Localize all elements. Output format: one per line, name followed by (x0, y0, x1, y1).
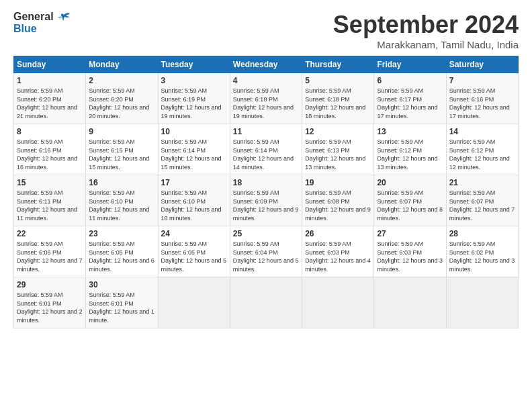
table-row: 23 Sunrise: 5:59 AM Sunset: 6:05 PM Dayl… (86, 226, 158, 277)
page-container: General Blue September 2024 Marakkanam, … (0, 0, 532, 335)
col-friday: Friday (374, 56, 446, 73)
table-row: 20 Sunrise: 5:59 AM Sunset: 6:07 PM Dayl… (374, 175, 446, 226)
table-row: 25 Sunrise: 5:59 AM Sunset: 6:04 PM Dayl… (230, 226, 302, 277)
table-row: 19 Sunrise: 5:59 AM Sunset: 6:08 PM Dayl… (302, 175, 374, 226)
header-row: Sunday Monday Tuesday Wednesday Thursday… (14, 56, 519, 73)
table-row: 4 Sunrise: 5:59 AM Sunset: 6:18 PM Dayli… (230, 73, 302, 124)
table-row: 27 Sunrise: 5:59 AM Sunset: 6:03 PM Dayl… (374, 226, 446, 277)
table-row: 18 Sunrise: 5:59 AM Sunset: 6:09 PM Dayl… (230, 175, 302, 226)
table-row: 7 Sunrise: 5:59 AM Sunset: 6:16 PM Dayli… (446, 73, 518, 124)
table-row: 17 Sunrise: 5:59 AM Sunset: 6:10 PM Dayl… (158, 175, 230, 226)
col-sunday: Sunday (14, 56, 86, 73)
table-row: 21 Sunrise: 5:59 AM Sunset: 6:07 PM Dayl… (446, 175, 518, 226)
table-row: 2 Sunrise: 5:59 AM Sunset: 6:20 PM Dayli… (86, 73, 158, 124)
col-monday: Monday (86, 56, 158, 73)
table-row: 11 Sunrise: 5:59 AM Sunset: 6:14 PM Dayl… (230, 124, 302, 175)
location: Marakkanam, Tamil Nadu, India (333, 39, 519, 50)
table-row: 9 Sunrise: 5:59 AM Sunset: 6:15 PM Dayli… (86, 124, 158, 175)
col-tuesday: Tuesday (158, 56, 230, 73)
table-row: 26 Sunrise: 5:59 AM Sunset: 6:03 PM Dayl… (302, 226, 374, 277)
title-block: September 2024 Marakkanam, Tamil Nadu, I… (333, 11, 519, 50)
logo-bird-icon (58, 12, 70, 23)
table-row: 5 Sunrise: 5:59 AM Sunset: 6:18 PM Dayli… (302, 73, 374, 124)
table-row: 6 Sunrise: 5:59 AM Sunset: 6:17 PM Dayli… (374, 73, 446, 124)
table-row: 29 Sunrise: 5:59 AM Sunset: 6:01 PM Dayl… (14, 277, 86, 328)
col-thursday: Thursday (302, 56, 374, 73)
table-row: 1 Sunrise: 5:59 AM Sunset: 6:20 PM Dayli… (14, 73, 86, 124)
logo: General Blue (13, 11, 70, 34)
table-row: 16 Sunrise: 5:59 AM Sunset: 6:10 PM Dayl… (86, 175, 158, 226)
empty-cell (446, 277, 518, 328)
calendar-table: Sunday Monday Tuesday Wednesday Thursday… (13, 56, 519, 328)
col-wednesday: Wednesday (230, 56, 302, 73)
empty-cell (374, 277, 446, 328)
table-row: 13 Sunrise: 5:59 AM Sunset: 6:12 PM Dayl… (374, 124, 446, 175)
col-saturday: Saturday (446, 56, 518, 73)
table-row: 28 Sunrise: 5:59 AM Sunset: 6:02 PM Dayl… (446, 226, 518, 277)
header: General Blue September 2024 Marakkanam, … (13, 11, 519, 50)
empty-cell (158, 277, 230, 328)
empty-cell (302, 277, 374, 328)
table-row: 22 Sunrise: 5:59 AM Sunset: 6:06 PM Dayl… (14, 226, 86, 277)
table-row: 8 Sunrise: 5:59 AM Sunset: 6:16 PM Dayli… (14, 124, 86, 175)
table-row: 15 Sunrise: 5:59 AM Sunset: 6:11 PM Dayl… (14, 175, 86, 226)
table-row: 30 Sunrise: 5:59 AM Sunset: 6:01 PM Dayl… (86, 277, 158, 328)
table-row: 10 Sunrise: 5:59 AM Sunset: 6:14 PM Dayl… (158, 124, 230, 175)
empty-cell (230, 277, 302, 328)
month-title: September 2024 (333, 11, 519, 39)
table-row: 3 Sunrise: 5:59 AM Sunset: 6:19 PM Dayli… (158, 73, 230, 124)
table-row: 14 Sunrise: 5:59 AM Sunset: 6:12 PM Dayl… (446, 124, 518, 175)
table-row: 24 Sunrise: 5:59 AM Sunset: 6:05 PM Dayl… (158, 226, 230, 277)
table-row: 12 Sunrise: 5:59 AM Sunset: 6:13 PM Dayl… (302, 124, 374, 175)
